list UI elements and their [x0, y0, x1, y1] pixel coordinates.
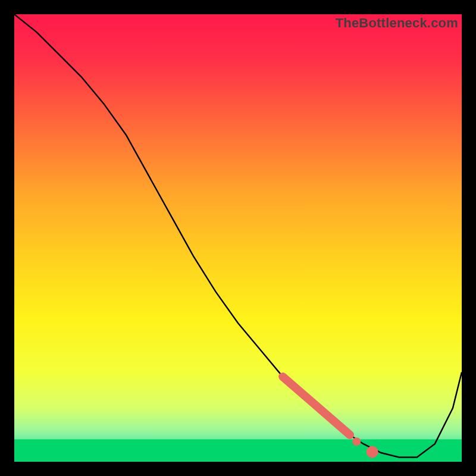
gradient-background: [14, 14, 462, 462]
bottleneck-chart: [14, 14, 462, 462]
chart-frame: TheBottleneck.com: [14, 14, 462, 462]
highlight-dot: [367, 446, 378, 458]
highlight-dot: [352, 437, 361, 446]
watermark-text: TheBottleneck.com: [336, 15, 458, 31]
green-band: [14, 439, 462, 462]
